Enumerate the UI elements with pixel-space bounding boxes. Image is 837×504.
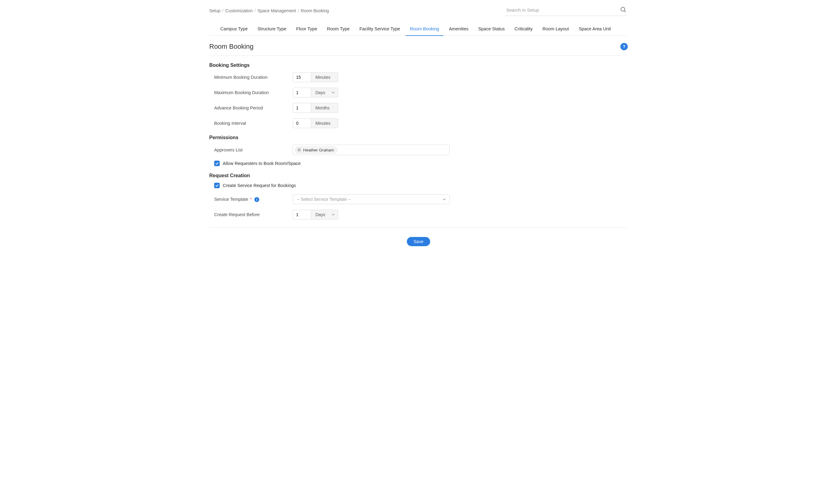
advance-period-input[interactable] (293, 103, 311, 113)
save-button[interactable]: Save (407, 237, 430, 246)
create-before-unit-value: Days (316, 212, 325, 217)
create-before-input[interactable] (293, 210, 311, 220)
service-template-label: Service Template * i (214, 197, 293, 202)
advance-period-label: Advance Booking Period (214, 106, 293, 110)
space-mgmt-tabs: Campus Type Structure Type Floor Type Ro… (209, 23, 628, 36)
service-template-placeholder: -- Select Service Template -- (297, 197, 351, 202)
create-sr-checkbox[interactable] (214, 183, 220, 188)
remove-tag-icon[interactable] (297, 148, 301, 152)
tab-amenities[interactable]: Amenities (449, 23, 468, 36)
min-duration-input[interactable] (293, 72, 311, 82)
max-duration-label: Maximum Booking Duration (214, 90, 293, 95)
create-before-unit-select[interactable]: Days (311, 210, 338, 220)
booking-interval-unit: Minutes (311, 118, 338, 128)
chevron-down-icon (332, 91, 335, 94)
tab-criticality[interactable]: Criticality (515, 23, 533, 36)
booking-interval-input[interactable] (293, 118, 311, 128)
tab-room-layout[interactable]: Room Layout (542, 23, 569, 36)
max-duration-unit-value: Days (316, 90, 325, 95)
tab-space-status[interactable]: Space Status (478, 23, 505, 36)
svg-point-0 (621, 7, 625, 11)
setup-search (505, 5, 628, 16)
chevron-down-icon (332, 213, 335, 216)
service-template-select[interactable]: -- Select Service Template -- (293, 194, 450, 204)
tab-space-area-unit[interactable]: Space Area Unit (578, 23, 611, 36)
min-duration-unit: Minutes (311, 72, 338, 82)
max-duration-unit-select[interactable]: Days (311, 88, 338, 97)
section-booking-settings: Booking Settings (209, 62, 628, 68)
help-button[interactable]: ? (620, 43, 628, 50)
tab-structure-type[interactable]: Structure Type (257, 23, 286, 36)
svg-line-1 (624, 11, 626, 12)
min-duration-label: Minimum Booking Duration (214, 75, 293, 80)
breadcrumb-item[interactable]: Customization (225, 8, 252, 13)
section-permissions: Permissions (209, 135, 628, 141)
search-icon[interactable] (620, 6, 626, 13)
create-before-label: Create Request Before (214, 212, 293, 217)
tab-floor-type[interactable]: Floor Type (296, 23, 317, 36)
search-input[interactable] (505, 5, 628, 16)
approver-tag-label: Heather Graham (303, 148, 334, 152)
breadcrumb-item[interactable]: Space Management (257, 8, 296, 13)
chevron-down-icon (443, 198, 446, 201)
page-title: Room Booking (209, 43, 253, 51)
tab-room-booking[interactable]: Room Booking (410, 23, 439, 36)
breadcrumb-item: Room Booking (301, 8, 329, 13)
info-icon[interactable]: i (254, 197, 259, 202)
create-sr-label: Create Service Request for Bookings (223, 183, 296, 188)
approvers-input[interactable]: Heather Graham (293, 145, 450, 155)
advance-period-unit: Months (311, 103, 338, 113)
allow-requesters-label: Allow Requesters to Book Room/Space (223, 161, 301, 166)
booking-interval-label: Booking Interval (214, 121, 293, 126)
breadcrumb-item[interactable]: Setup (209, 8, 220, 13)
allow-requesters-checkbox[interactable] (214, 161, 220, 166)
section-request-creation: Request Creation (209, 173, 628, 179)
breadcrumb: Setup/ Customization/ Space Management/ … (209, 8, 329, 13)
tab-campus-type[interactable]: Campus Type (220, 23, 248, 36)
tab-room-type[interactable]: Room Type (327, 23, 350, 36)
approver-tag: Heather Graham (295, 147, 338, 154)
approvers-label: Approvers List (214, 147, 293, 152)
max-duration-input[interactable] (293, 88, 311, 97)
tab-facility-service-type[interactable]: Facility Service Type (359, 23, 400, 36)
